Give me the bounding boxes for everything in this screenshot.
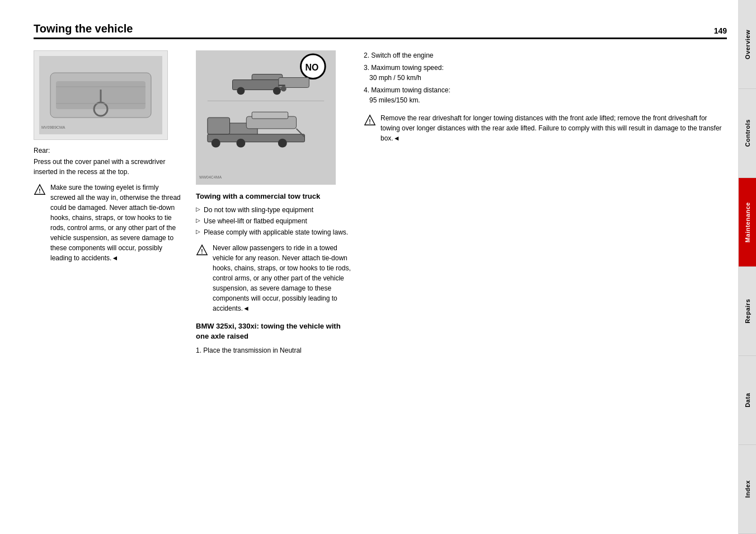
right-column: 2. Switch off the engine 3. Maximum towi… — [364, 50, 727, 358]
svg-point-24 — [236, 139, 245, 148]
sidebar-tabs: Overview Controls Maintenance Repairs Da… — [738, 0, 756, 534]
middle-image: NO — [196, 50, 336, 185]
tab-index-label: Index — [744, 480, 751, 498]
page-title: Towing the vehicle — [34, 22, 133, 35]
bmw-section: BMW 325xi, 330xi: towing the vehicle wit… — [196, 321, 353, 355]
tab-overview[interactable]: Overview — [739, 0, 756, 89]
bullet-item-2: Use wheel-lift or flatbed equipment — [196, 216, 353, 226]
tab-repairs[interactable]: Repairs — [739, 267, 756, 356]
tab-data-label: Data — [744, 393, 751, 407]
page-number: 149 — [714, 26, 727, 35]
numbered-item-4: 4. Maximum towing distance: 95 miles/150… — [364, 85, 727, 105]
rear-body-text: Press out the cover panel with a screwdr… — [34, 157, 185, 177]
tab-controls[interactable]: Controls — [739, 89, 756, 178]
right-warning-text: Remove the rear driveshaft for longer to… — [381, 113, 727, 143]
svg-point-25 — [278, 139, 287, 148]
tab-index[interactable]: Index — [739, 445, 756, 534]
rear-label: Rear: — [34, 147, 185, 154]
svg-rect-27 — [252, 112, 288, 119]
tab-data[interactable]: Data — [739, 356, 756, 445]
svg-rect-21 — [208, 134, 305, 142]
content-area: MV09B9CMA Rear: Press out the cover pane… — [34, 50, 727, 358]
numbered-item-3: 3. Maximum towing speed: 30 mph / 50 km/… — [364, 63, 727, 83]
warning-icon-right: ! — [364, 114, 376, 127]
left-warning-text: Make sure the towing eyelet is firmly sc… — [50, 182, 185, 263]
svg-text:NO: NO — [305, 63, 318, 72]
numbered-item-1: 1. Place the transmission in Neutral — [196, 345, 353, 355]
svg-text:WW04C4MA: WW04C4MA — [199, 175, 222, 179]
tab-repairs-label: Repairs — [744, 299, 751, 324]
bullet-list: Do not tow with sling-type equipment Use… — [196, 205, 353, 237]
bmw-section-heading: BMW 325xi, 330xi: towing the vehicle wit… — [196, 321, 353, 341]
svg-point-15 — [273, 87, 281, 95]
numbered-item-2: 2. Switch off the engine — [364, 50, 727, 60]
bullet-item-3: Please comply with applicable state towi… — [196, 227, 353, 237]
bullet-item-1: Do not tow with sling-type equipment — [196, 205, 353, 215]
left-image: MV09B9CMA — [34, 50, 168, 140]
left-column: MV09B9CMA Rear: Press out the cover pane… — [34, 50, 185, 358]
svg-point-23 — [212, 139, 220, 148]
tab-controls-label: Controls — [744, 119, 751, 147]
middle-column: NO — [196, 50, 353, 358]
tow-truck-illustration-svg: NO — [196, 50, 335, 185]
left-warning-box: ! Make sure the towing eyelet is firmly … — [34, 182, 185, 263]
tab-maintenance-label: Maintenance — [744, 202, 751, 242]
tab-maintenance[interactable]: Maintenance — [739, 178, 756, 267]
right-warning-box: ! Remove the rear driveshaft for longer … — [364, 113, 727, 143]
svg-text:MV09B9CMA: MV09B9CMA — [41, 125, 65, 129]
svg-point-14 — [237, 87, 245, 95]
svg-text:!: ! — [369, 119, 370, 125]
svg-text:!: ! — [39, 188, 40, 194]
svg-text:!: ! — [201, 249, 203, 255]
page-header: Towing the vehicle 149 — [34, 22, 727, 39]
numbered-items-list: 2. Switch off the engine 3. Maximum towi… — [364, 50, 727, 105]
middle-section-heading: Towing with a commercial tow truck — [196, 191, 353, 202]
middle-warning-text: Never allow passengers to ride in a towe… — [213, 243, 353, 313]
warning-icon-left: ! — [34, 184, 46, 196]
svg-rect-22 — [208, 118, 230, 134]
main-content: Towing the vehicle 149 — [0, 0, 738, 534]
tab-overview-label: Overview — [744, 30, 751, 59]
warning-icon-middle: ! — [196, 244, 208, 256]
hook-illustration-svg: MV09B9CMA — [39, 56, 162, 134]
svg-point-17 — [281, 86, 287, 91]
page-container: Towing the vehicle 149 — [0, 0, 756, 534]
middle-warning-box: ! Never allow passengers to ride in a to… — [196, 243, 353, 313]
